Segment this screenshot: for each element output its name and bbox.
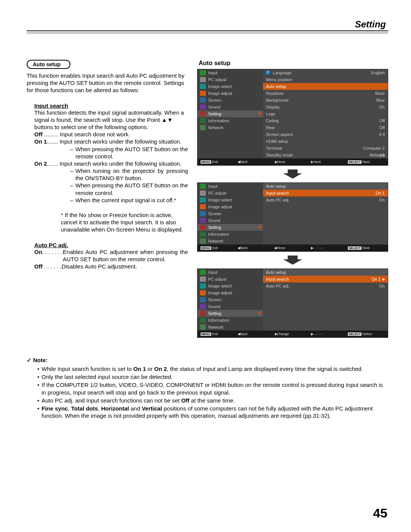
osd-item-label: Auto setup (266, 84, 286, 89)
osd-item-menu-position[interactable]: Menu position (263, 76, 388, 83)
osd-item-label: Terminal (266, 146, 282, 150)
header-rule (27, 30, 388, 33)
osd-item-value: On 1 (371, 277, 381, 281)
note-item: •While Input search function is set to O… (37, 365, 388, 372)
bullet-icon: • (37, 381, 39, 396)
osd-nav-image adjust[interactable]: Image adjust (198, 289, 263, 296)
osd-nav-image adjust[interactable]: Image adjust (198, 90, 263, 97)
osd-nav-sound[interactable]: Sound (198, 217, 263, 224)
osd-nav-image adjust[interactable]: Image adjust (198, 203, 263, 210)
osd-item-standby-mode[interactable]: Standby modeNetwork (263, 152, 388, 158)
autopc-off-desc: Disables Auto PC adjustment. (62, 263, 188, 270)
triangle-left-icon (258, 225, 261, 229)
osd-nav-label: Setting (208, 112, 221, 116)
osd-nav-label: PC adjust (208, 77, 226, 82)
osd-nav-image select[interactable]: Image select (198, 83, 263, 90)
osd-nav-pc adjust[interactable]: PC adjust (198, 190, 263, 197)
osd-nav-input[interactable]: Input (198, 183, 263, 190)
osd-foot-move: Change (277, 332, 289, 336)
osd-nav-information[interactable]: Information (198, 317, 263, 324)
osd-nav-icon (200, 125, 206, 130)
input-search-desc: This function detects the input signal a… (34, 109, 188, 131)
osd-foot-exit: Exit (212, 246, 218, 250)
autopc-on-dots: . . . . . . . (42, 248, 63, 263)
osd-item-label: Ceiling (266, 118, 279, 123)
osd-nav-pc adjust[interactable]: PC adjust (198, 276, 263, 283)
osd-nav-label: Network (208, 239, 223, 243)
globe-icon (266, 70, 271, 75)
osd-nav-image select[interactable]: Image select (198, 283, 263, 289)
osd-nav-network[interactable]: Network (198, 324, 263, 331)
osd-nav-sound[interactable]: Sound (198, 303, 263, 310)
osd-item-value: Off (379, 125, 385, 130)
osd-menu: InputPC adjustImage selectImage adjustSc… (197, 182, 388, 252)
triangle-right-icon (382, 85, 385, 88)
osd-item-label: Auto PC adj. (266, 198, 290, 202)
opt-on1-desc: Input search works under the following s… (60, 138, 188, 145)
osd-nav-screen[interactable]: Screen (198, 97, 263, 104)
osd-nav-sound[interactable]: Sound (198, 104, 263, 110)
on2-bullet2: When pressing the AUTO SET button on the… (75, 182, 188, 196)
osd-nav-icon (200, 324, 206, 330)
osd-page-counter: 1/3 (379, 153, 385, 158)
osd-item-value: Blue (376, 98, 385, 102)
triangle-left-small-icon: ◀ (237, 246, 240, 250)
osd-item-value: On (379, 105, 385, 109)
osd-item-hdmi-setup[interactable]: HDMI setup (263, 138, 388, 145)
osd-item-keystone[interactable]: KeystoneStore (263, 90, 388, 97)
osd-nav-input[interactable]: Input (198, 69, 263, 76)
osd-nav-setting[interactable]: Setting (198, 110, 263, 117)
osd-item-ceiling[interactable]: CeilingOff (263, 117, 388, 124)
osd-nav-icon (200, 84, 206, 89)
osd-nav-screen[interactable]: Screen (198, 210, 263, 217)
osd-item-label: Menu position (266, 77, 292, 82)
osd-foot-next2: Select (363, 332, 372, 336)
select-key-icon: SELECT (348, 332, 362, 336)
osd-nav-label: Information (208, 232, 229, 236)
osd-item-display[interactable]: DisplayOn (263, 104, 388, 110)
page-number: 45 (373, 506, 387, 521)
osd-nav-label: Setting (208, 225, 221, 230)
osd-nav-network[interactable]: Network (198, 238, 263, 244)
osd-nav-information[interactable]: Information (198, 117, 263, 124)
note-item: •Only the last selected input source can… (37, 373, 388, 380)
bullet-icon: • (37, 373, 39, 380)
osd-item-terminal[interactable]: TerminalComputer 2 (263, 145, 388, 152)
osd-foot-back: Back (240, 160, 248, 164)
osd-nav-setting[interactable]: Setting (198, 224, 263, 231)
osd-nav-label: Image select (208, 84, 232, 89)
osd-item-background[interactable]: BackgroundBlue (263, 97, 388, 104)
osd-item-auto-pc-adj-[interactable]: Auto PC adj.On (263, 283, 388, 289)
osd-nav-label: Image adjust (208, 91, 232, 96)
osd-item-language[interactable]: LanguageEnglish (263, 69, 388, 76)
osd-item-rear[interactable]: RearOff (263, 124, 388, 131)
osd-item-input-search[interactable]: Input searchOn 1 (263, 190, 388, 197)
osd-item-input-search[interactable]: Input searchOn 1◆ (263, 276, 388, 283)
osd-item-logo[interactable]: Logo (263, 110, 388, 117)
osd-item-auto-setup[interactable]: Auto setup (263, 83, 388, 90)
on2-bullet3: When the current input signal is cut off… (75, 197, 176, 204)
osd-item-auto-pc-adj-[interactable]: Auto PC adj.On (263, 197, 388, 203)
osd-foot-back: Back (240, 246, 248, 250)
osd-nav-icon (200, 97, 206, 103)
osd-nav-image select[interactable]: Image select (198, 197, 263, 203)
osd-item-screen-aspect[interactable]: Screen aspect4:3 (263, 131, 388, 138)
osd-nav-label: Information (208, 318, 229, 323)
osd-nav-icon (200, 204, 206, 209)
osd-nav-icon (200, 225, 206, 230)
triangle-left-small-icon: ◀ (237, 160, 240, 164)
osd-nav-network[interactable]: Network (198, 124, 263, 131)
subhead-auto-pc: Auto PC adj. (34, 242, 188, 248)
osd-nav-pc adjust[interactable]: PC adjust (198, 76, 263, 83)
osd-foot-next2: Next (363, 246, 370, 250)
osd-menu: InputPC adjustImage selectImage adjustSc… (197, 268, 388, 338)
osd-nav-label: Image select (208, 198, 232, 202)
osd-nav-information[interactable]: Information (198, 231, 263, 238)
input-search-footnote: * If the No show or Freeze function is a… (61, 211, 188, 233)
osd-nav-screen[interactable]: Screen (198, 296, 263, 303)
osd-nav-label: Image adjust (208, 204, 232, 209)
osd-nav-input[interactable]: Input (198, 269, 263, 276)
osd-nav-setting[interactable]: Setting (198, 310, 263, 317)
osd-menu: InputPC adjustImage selectImage adjustSc… (197, 69, 388, 166)
select-key-icon: SELECT (348, 246, 362, 250)
